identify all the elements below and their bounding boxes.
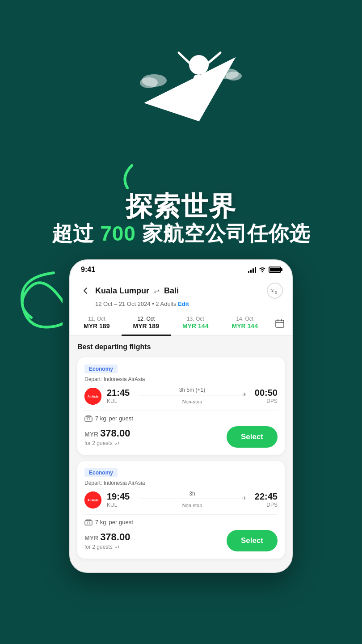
flight-duration-1: 3h [139,491,246,497]
signal-bar-1 [248,271,249,273]
arrive-time-1: 22:45 [255,491,278,502]
depart-info-1: 19:45 KUL [107,491,130,508]
sub-title-number: 700 [100,222,136,245]
divider-0 [84,411,278,411]
select-button-1[interactable]: Select [227,530,278,551]
route-destination: Bali [164,286,179,296]
divider-1 [84,514,278,515]
arrive-airport-0: DPS [255,398,278,404]
flight-line-0 [139,395,246,395]
price-currency-0: MYR [84,431,98,438]
arrive-time-0: 00:50 [255,388,278,398]
flight-path-0: 3h 5m (+1) Non-stop [135,387,249,405]
calendar-button[interactable] [269,311,290,335]
baggage-label-1: per guest [109,519,133,525]
tab-price-0: MYR 189 [84,322,109,330]
flight-row-1: AirAsia 19:45 KUL 3h Non-stop 22:45 [84,491,278,509]
svg-point-3 [189,55,209,75]
hero-illustration [109,22,253,139]
depart-info-0: 21:45 KUL [107,388,130,404]
green-swoosh [118,163,136,190]
date-tabs: 11, Oct MYR 189 12, Oct MYR 189 13, Oct … [70,311,292,336]
date-tab-0[interactable]: 11, Oct MYR 189 [72,311,122,336]
flight-row-0: AirAsia 21:45 KUL 3h 5m (+1) Non-stop 00… [84,387,278,405]
price-row-0: MYR378.00 for 2 guests Select [84,426,278,448]
baggage-weight-0: 7 kg [95,415,106,422]
svg-rect-6 [194,75,204,88]
flight-class-0: Economy [84,364,118,373]
price-guests-0: for 2 guests [84,440,227,446]
price-value-1: 378.00 [100,531,130,542]
signal-bar-2 [250,270,252,273]
depart-time-0: 21:45 [107,388,130,398]
price-amount-0: MYR378.00 [84,428,227,439]
date-tab-3[interactable]: 14, Oct MYR 144 [220,311,270,336]
depart-time-1: 19:45 [107,491,130,502]
signal-bar-4 [255,267,256,273]
flight-airline-1: Depart: Indonesia AirAsia [84,480,278,486]
select-button-0[interactable]: Select [227,426,278,448]
price-currency-1: MYR [84,534,98,542]
signal-bars-icon [248,267,256,273]
arrive-info-1: 22:45 DPS [255,491,278,508]
svg-text:$: $ [275,290,277,295]
airline-logo-1: AirAsia [84,491,101,508]
battery-fill [270,268,280,271]
tab-date-3: 14, Oct [224,316,266,322]
baggage-row-1: 7 kg per guest [84,518,278,525]
edit-button[interactable]: Edit [178,301,189,307]
back-button[interactable] [79,284,92,297]
flight-class-1: Economy [84,468,118,477]
route-info: Kuala Lumpur ⇌ Bali [95,286,267,296]
svg-rect-23 [87,415,90,417]
price-row-1: MYR378.00 for 2 guests Select [84,530,278,551]
depart-airport-0: KUL [107,398,130,404]
price-value-0: 378.00 [100,428,130,439]
guests-text-1: for 2 guests [84,544,113,550]
baggage-weight-1: 7 kg [95,519,106,525]
date-tab-1[interactable]: 12, Oct MYR 189 [122,311,171,336]
hero-sub-title: 超过 700 家航空公司任你选 [52,221,310,246]
baggage-row-0: 7 kg per guest [84,415,278,422]
status-time: 9:41 [81,266,95,274]
svg-rect-16 [276,320,284,327]
tab-date-2: 13, Oct [174,316,217,322]
svg-rect-29 [87,519,90,521]
flight-card-0: Economy Depart: Indonesia AirAsia AirAsi… [77,357,285,455]
date-tab-2[interactable]: 13, Oct MYR 144 [171,311,220,336]
depart-airport-1: KUL [107,502,130,508]
airline-logo-0: AirAsia [84,388,101,405]
wifi-icon [259,266,266,274]
sub-title-suffix: 家航空公司任你选 [136,222,310,245]
sub-title-prefix: 超过 [52,222,100,245]
tab-date-0: 11, Oct [76,316,118,322]
price-section-0: MYR378.00 for 2 guests [84,428,227,446]
status-icons [248,266,281,274]
tab-price-1: MYR 189 [133,322,159,330]
tab-price-3: MYR 144 [232,322,258,330]
green-spiral-decoration [13,268,63,367]
flight-path-1: 3h Non-stop [135,491,249,509]
currency-toggle-icon[interactable]: ¥ $ [267,283,283,299]
content-area: Best departing flights Economy Depart: I… [70,336,292,572]
price-amount-1: MYR378.00 [84,531,227,543]
hero-section: 探索世界 超过 700 家航空公司任你选 [0,0,362,259]
trip-details: 12 Oct – 21 Oct 2024 • 2 Adults Edit [95,301,283,307]
flight-airline-0: Depart: Indonesia AirAsia [84,376,278,382]
hero-text: 探索世界 超过 700 家航空公司任你选 [52,192,310,246]
tab-price-2: MYR 144 [182,322,208,330]
svg-text:AirAsia: AirAsia [88,499,99,502]
flight-card-1: Economy Depart: Indonesia AirAsia AirAsi… [77,461,285,559]
hero-main-title: 探索世界 [52,192,310,221]
route-arrow-icon: ⇌ [154,287,160,295]
status-bar: 9:41 [70,260,292,277]
arrive-airport-1: DPS [255,502,278,508]
flight-header: Kuala Lumpur ⇌ Bali ¥ $ 12 Oct – 21 Oct … [70,277,292,311]
signal-bar-3 [253,268,254,273]
flight-stops-0: Non-stop [182,399,202,404]
arrive-info-0: 00:50 DPS [255,388,278,404]
svg-line-5 [209,53,220,63]
price-section-1: MYR378.00 for 2 guests [84,531,227,550]
flight-line-1 [139,499,246,499]
svg-text:AirAsia: AirAsia [88,395,99,398]
